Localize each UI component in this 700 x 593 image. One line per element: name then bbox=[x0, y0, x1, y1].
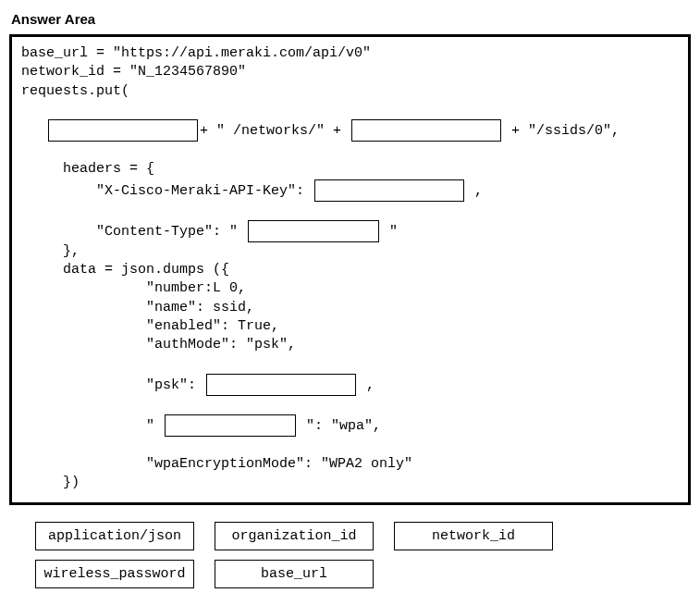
code-seg: + " /networks/" + bbox=[200, 123, 350, 139]
code-seg: ": "wpa", bbox=[298, 418, 381, 434]
drop-target-url1[interactable] bbox=[48, 119, 198, 142]
code-line: "authMode": "psk", bbox=[146, 337, 296, 352]
code-line: requests.put( bbox=[21, 83, 129, 99]
code-line: "enabled": True, bbox=[146, 318, 279, 334]
option-wireless-password[interactable]: wireless_password bbox=[35, 560, 194, 588]
option-organization-id[interactable]: organization_id bbox=[215, 522, 374, 550]
code-line: data = json.dumps ({ bbox=[63, 262, 229, 278]
code-seg: + "/ssids/0", bbox=[503, 123, 620, 139]
code-line: "wpaEncryptionMode": "WPA2 only" bbox=[146, 456, 412, 472]
code-line: headers = { bbox=[63, 161, 154, 177]
options-pool: application/json organization_id network… bbox=[9, 522, 691, 594]
drop-target-url2[interactable] bbox=[351, 119, 501, 142]
code-area: base_url = "https://api.meraki.com/api/v… bbox=[9, 34, 691, 505]
code-line: }, bbox=[63, 243, 80, 259]
option-row: wireless_password base_url bbox=[35, 560, 691, 588]
page-title: Answer Area bbox=[11, 11, 691, 27]
option-application-json[interactable]: application/json bbox=[35, 522, 194, 550]
code-line: "psk": bbox=[146, 377, 204, 392]
code-seg: , bbox=[358, 377, 375, 392]
option-network-id[interactable]: network_id bbox=[394, 522, 553, 550]
code-line: "number:L 0, bbox=[146, 280, 246, 296]
code-line: }) bbox=[63, 475, 80, 490]
code-line: base_url = "https://api.meraki.com/api/v… bbox=[21, 45, 371, 61]
code-line: " bbox=[146, 418, 163, 434]
code-seg: " bbox=[381, 224, 398, 240]
drop-target-encmode[interactable] bbox=[165, 414, 296, 437]
option-base-url[interactable]: base_url bbox=[215, 560, 374, 588]
drop-target-apikey[interactable] bbox=[314, 179, 464, 202]
code-line: "Content-Type": " bbox=[96, 224, 246, 240]
option-row: application/json organization_id network… bbox=[35, 522, 691, 550]
code-line: "name": ssid, bbox=[146, 300, 254, 315]
code-seg: , bbox=[466, 182, 483, 198]
code-line: network_id = "N_1234567890" bbox=[21, 64, 246, 80]
drop-target-contenttype[interactable] bbox=[248, 220, 379, 242]
drop-target-psk[interactable] bbox=[206, 374, 356, 396]
code-line: "X-Cisco-Meraki-API-Key": bbox=[96, 182, 313, 198]
